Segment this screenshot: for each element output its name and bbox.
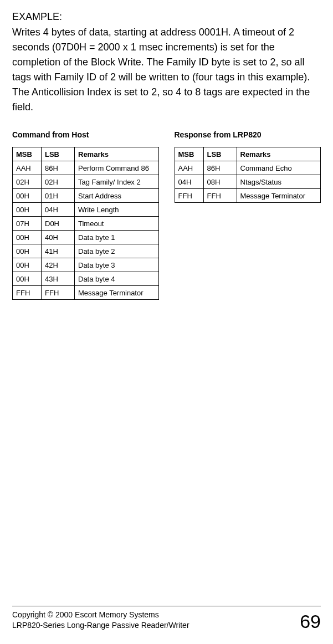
- cell-remarks: Start Address: [75, 189, 159, 203]
- cell-msb: 07H: [13, 217, 42, 231]
- cell-lsb: FFH: [203, 189, 237, 203]
- table-row: 00H01HStart Address: [13, 189, 159, 203]
- example-body: Writes 4 bytes of data, starting at addr…: [12, 25, 321, 115]
- cell-lsb: 43H: [42, 272, 75, 286]
- cell-remarks: Perform Command 86: [75, 161, 159, 175]
- cell-msb: 00H: [13, 189, 42, 203]
- cell-remarks: Write Length: [75, 203, 159, 217]
- cell-remarks: Tag Family/ Index 2: [75, 175, 159, 189]
- cell-msb: FFH: [13, 286, 42, 300]
- cell-lsb: 08H: [203, 175, 237, 189]
- response-from-lrp820-table: MSB LSB Remarks AAH86HCommand Echo 04H08…: [175, 147, 321, 203]
- header-remarks: Remarks: [75, 147, 159, 161]
- cell-lsb: D0H: [42, 217, 75, 231]
- header-lsb: LSB: [203, 147, 237, 161]
- header-msb: MSB: [13, 147, 42, 161]
- command-from-host-block: Command from Host MSB LSB Remarks AAH86H…: [12, 130, 159, 300]
- table-row: 00H04HWrite Length: [13, 203, 159, 217]
- cell-msb: AAH: [13, 161, 42, 175]
- cell-msb: 00H: [13, 203, 42, 217]
- cell-msb: AAH: [175, 161, 203, 175]
- cell-msb: 00H: [13, 231, 42, 244]
- page-footer: Copyright © 2000 Escort Memory Systems L…: [12, 606, 321, 631]
- table-row: 00H42HData byte 3: [13, 258, 159, 272]
- table-row: AAH86HPerform Command 86: [13, 161, 159, 175]
- cell-msb: 00H: [13, 244, 42, 258]
- cell-remarks: Data byte 1: [75, 231, 159, 244]
- table-row: FFHFFHMessage Terminator: [175, 189, 321, 203]
- cell-remarks: Command Echo: [237, 161, 321, 175]
- table-row: 00H43HData byte 4: [13, 272, 159, 286]
- cell-lsb: 04H: [42, 203, 75, 217]
- table-row: 02H02HTag Family/ Index 2: [13, 175, 159, 189]
- cell-remarks: Data byte 3: [75, 258, 159, 272]
- cell-lsb: FFH: [42, 286, 75, 300]
- cell-remarks: Timeout: [75, 217, 159, 231]
- table-row: 00H41HData byte 2: [13, 244, 159, 258]
- table-row: FFHFFHMessage Terminator: [13, 286, 159, 300]
- cell-msb: FFH: [175, 189, 203, 203]
- footer-left: Copyright © 2000 Escort Memory Systems L…: [12, 610, 189, 631]
- cell-remarks: Data byte 2: [75, 244, 159, 258]
- cell-msb: 04H: [175, 175, 203, 189]
- footer-copyright: Copyright © 2000 Escort Memory Systems: [12, 610, 189, 620]
- table-row: 04H08HNtags/Status: [175, 175, 321, 189]
- footer-subtitle: LRP820-Series Long-Range Passive Reader/…: [12, 620, 189, 631]
- cell-remarks: Message Terminator: [237, 189, 321, 203]
- cell-lsb: 02H: [42, 175, 75, 189]
- table-row: AAH86HCommand Echo: [175, 161, 321, 175]
- table-header-row: MSB LSB Remarks: [175, 147, 321, 161]
- cell-lsb: 40H: [42, 231, 75, 244]
- page-number: 69: [300, 612, 321, 631]
- left-table-title: Command from Host: [12, 130, 159, 139]
- cell-remarks: Data byte 4: [75, 272, 159, 286]
- cell-lsb: 86H: [203, 161, 237, 175]
- cell-lsb: 86H: [42, 161, 75, 175]
- cell-msb: 02H: [13, 175, 42, 189]
- header-remarks: Remarks: [237, 147, 321, 161]
- cell-msb: 00H: [13, 272, 42, 286]
- right-table-title: Response from LRP820: [175, 130, 321, 139]
- table-row: 07HD0HTimeout: [13, 217, 159, 231]
- cell-remarks: Ntags/Status: [237, 175, 321, 189]
- cell-msb: 00H: [13, 258, 42, 272]
- command-from-host-table: MSB LSB Remarks AAH86HPerform Command 86…: [12, 147, 159, 300]
- cell-remarks: Message Terminator: [75, 286, 159, 300]
- tables-wrap: Command from Host MSB LSB Remarks AAH86H…: [12, 130, 321, 300]
- table-header-row: MSB LSB Remarks: [13, 147, 159, 161]
- header-lsb: LSB: [42, 147, 75, 161]
- cell-lsb: 01H: [42, 189, 75, 203]
- cell-lsb: 41H: [42, 244, 75, 258]
- header-msb: MSB: [175, 147, 203, 161]
- example-label: EXAMPLE:: [12, 10, 321, 24]
- table-row: 00H40HData byte 1: [13, 231, 159, 244]
- cell-lsb: 42H: [42, 258, 75, 272]
- response-from-lrp820-block: Response from LRP820 MSB LSB Remarks AAH…: [175, 130, 321, 203]
